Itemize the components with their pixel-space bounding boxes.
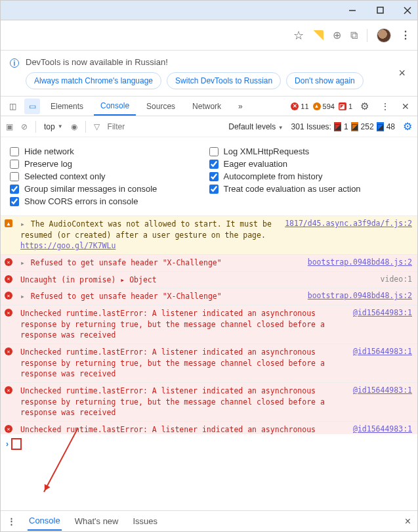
setting-checkbox[interactable] [209, 172, 219, 181]
log-levels-dropdown[interactable]: Default levels ▼ [228, 122, 283, 131]
console-settings-icon[interactable]: ⚙ [403, 120, 412, 133]
clear-console-icon[interactable]: ⊘ [21, 122, 28, 131]
dont-show-button[interactable]: Don't show again [286, 72, 364, 89]
message-text: Unchecked runtime.lastError: A listener … [16, 308, 345, 341]
error-icon: ✕ [5, 292, 12, 299]
setting-label: Group similar messages in console [24, 184, 157, 194]
source-link[interactable]: bootstrap.0948bd48.js:2 [308, 257, 412, 269]
tab-sources[interactable]: Sources [140, 98, 182, 115]
tab-elements[interactable]: Elements [44, 98, 90, 115]
warning-count[interactable]: ▲594 [313, 102, 335, 110]
error-count[interactable]: ✕11 [291, 102, 308, 110]
sidebar-toggle-icon[interactable]: ▣ [6, 122, 13, 131]
expand-caret-icon[interactable]: ▸ [20, 219, 25, 229]
console-message[interactable]: ✕Unchecked runtime.lastError: A listener… [1, 344, 417, 383]
svg-rect-1 [377, 7, 383, 13]
context-selector[interactable]: top▼ [44, 122, 63, 131]
setting-checkbox[interactable] [10, 160, 19, 169]
console-output: ▲▸ The AudioContext was not allowed to s… [1, 216, 417, 434]
more-tabs-icon[interactable]: » [232, 98, 249, 115]
separator [367, 29, 367, 42]
filter-input[interactable] [108, 122, 167, 131]
message-text: Uncaught (in promise) ▸ Object [16, 275, 373, 286]
setting-label: Log XMLHttpRequests [224, 146, 310, 156]
source-link[interactable]: @id15644983:1 [353, 347, 412, 380]
console-message[interactable]: ✕Unchecked runtime.lastError: A listener… [1, 383, 417, 422]
setting-checkbox[interactable] [209, 147, 219, 156]
browser-menu-icon[interactable]: ⋮ [400, 29, 411, 41]
inspect-icon[interactable]: ◫ [5, 99, 20, 114]
error-icon: ✕ [5, 425, 12, 433]
close-devtools-icon[interactable]: ✕ [398, 101, 413, 112]
switch-russian-button[interactable]: Switch DevTools to Russian [167, 72, 281, 89]
prompt-chevron-icon: › [6, 439, 9, 449]
console-message[interactable]: ✕Uncaught (in promise) ▸ Objectvideo:1 [1, 272, 417, 289]
drawer-tabbar: ⋮ Console What's new Issues × [1, 510, 417, 531]
console-filter-bar: ▣ ⊘ top▼ ◉ ▽ Default levels ▼ 301 Issues… [1, 116, 417, 137]
expand-caret-icon[interactable]: ▸ [20, 258, 25, 267]
source-link[interactable]: @id15644983:1 [353, 424, 412, 434]
console-settings-panel: Hide networkLog XMLHttpRequestsPreserve … [1, 137, 417, 216]
devtools-tabbar: ◫ ▭ Elements Console Sources Network » ✕… [1, 97, 417, 116]
close-banner-icon[interactable]: × [398, 66, 406, 80]
drawer-tab-console[interactable]: Console [28, 512, 62, 531]
source-link[interactable]: bootstrap.0948bd48.js:2 [308, 291, 412, 302]
console-message[interactable]: ✕Unchecked runtime.lastError: A listener… [1, 305, 417, 344]
message-text: ▸ The AudioContext was not allowed to st… [16, 219, 277, 252]
profile-avatar[interactable] [377, 28, 391, 43]
drawer-tab-issues[interactable]: Issues [132, 512, 159, 530]
minimize-button[interactable] [348, 6, 357, 15]
tab-console[interactable]: Console [94, 97, 136, 116]
setting-label: Eager evaluation [224, 159, 288, 169]
source-link[interactable]: 1817/d45.async.a3f9da/f.js:2 [285, 219, 412, 252]
bookmark-flag-icon[interactable] [313, 30, 324, 41]
language-info-banner: i DevTools is now available in Russian! … [1, 51, 417, 97]
bookmark-star-icon[interactable]: ☆ [293, 28, 304, 43]
source-link[interactable]: @id15644983:1 [353, 308, 412, 341]
error-icon: ✕ [5, 386, 12, 394]
expand-caret-icon[interactable]: ▸ [20, 292, 25, 301]
setting-label: Autocomplete from history [224, 171, 323, 181]
console-message[interactable]: ✕▸ Refused to get unsafe header "X-Chall… [1, 255, 417, 272]
message-text: ▸ Refused to get unsafe header "X-Challe… [16, 291, 300, 302]
issues-summary[interactable]: 301 Issues: ◪1 ◪252 ◪48 [291, 122, 395, 131]
drawer-tab-whatsnew[interactable]: What's new [73, 512, 120, 530]
settings-gear-icon[interactable]: ⚙ [356, 100, 373, 112]
setting-label: Treat code evaluation as user action [224, 184, 361, 194]
source-link[interactable]: @id15644983:1 [353, 386, 412, 418]
info-icon: i [10, 58, 19, 68]
maximize-button[interactable] [375, 6, 385, 15]
filter-icon: ▽ [94, 122, 100, 131]
console-message[interactable]: ✕▸ Refused to get unsafe header "X-Chall… [1, 288, 417, 305]
live-expression-icon[interactable]: ◉ [71, 122, 77, 131]
setting-checkbox[interactable] [209, 160, 219, 169]
setting-checkbox[interactable] [10, 197, 19, 206]
warn-icon: ▲ [5, 219, 12, 227]
setting-checkbox[interactable] [10, 147, 19, 156]
device-toggle-icon[interactable]: ▭ [24, 99, 40, 114]
globe-icon[interactable]: ⊕ [333, 29, 341, 41]
drawer-menu-icon[interactable]: ⋮ [7, 516, 16, 526]
source-link[interactable]: video:1 [381, 275, 412, 286]
devtools-menu-icon[interactable]: ⋮ [377, 101, 394, 112]
setting-checkbox[interactable] [209, 185, 219, 194]
browser-toolbar: ☆ ⊕ ⧉ ⋮ [1, 20, 417, 51]
setting-checkbox[interactable] [10, 185, 19, 194]
tab-network[interactable]: Network [186, 98, 228, 115]
close-window-button[interactable] [403, 6, 412, 15]
error-icon: ✕ [5, 258, 12, 266]
console-prompt[interactable]: › [1, 434, 417, 454]
inline-link[interactable]: https://goo.gl/7K7WLu [20, 241, 115, 250]
info-count[interactable]: ◪1 [339, 102, 352, 110]
console-message[interactable]: ✕Unchecked runtime.lastError: A listener… [1, 422, 417, 434]
setting-label: Hide network [24, 146, 74, 156]
message-text: Unchecked runtime.lastError: A listener … [16, 386, 345, 418]
banner-message: DevTools is now available in Russian! [26, 57, 364, 67]
setting-checkbox[interactable] [10, 172, 19, 181]
setting-label: Preserve log [24, 159, 72, 169]
match-language-button[interactable]: Always match Chrome's language [26, 72, 161, 89]
window-titlebar [1, 1, 417, 20]
close-drawer-icon[interactable]: × [405, 516, 411, 527]
console-message[interactable]: ▲▸ The AudioContext was not allowed to s… [1, 216, 417, 255]
extensions-icon[interactable]: ⧉ [350, 30, 358, 41]
